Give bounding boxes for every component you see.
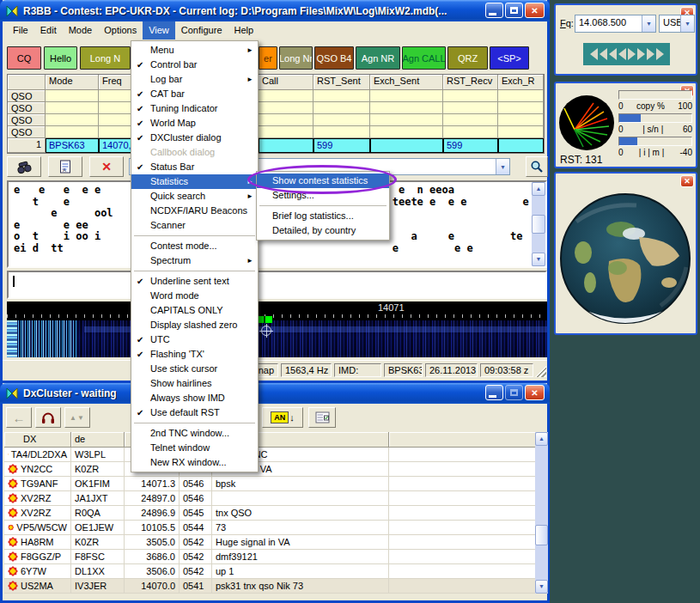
- menu-help[interactable]: Help: [228, 21, 260, 40]
- log-cell[interactable]: [46, 114, 99, 126]
- rx-scrollbar-thumb[interactable]: [532, 215, 545, 234]
- maximize-button[interactable]: [505, 3, 523, 18]
- log-cell[interactable]: [498, 90, 544, 102]
- log-header-exch-sent[interactable]: Exch_Sent: [370, 75, 443, 90]
- step-left-icon[interactable]: [609, 48, 617, 60]
- callbook-page-button[interactable]: A: [48, 156, 82, 177]
- dxcluster-title-bar[interactable]: DxCluster - waiting ✕: [0, 383, 550, 404]
- chevron-down-icon[interactable]: ▼: [680, 15, 694, 32]
- dx-sort-button[interactable]: ▲▼: [64, 407, 90, 428]
- delete-qso-button[interactable]: ✕: [89, 156, 124, 177]
- log-header-rst-recv[interactable]: RST_Recv: [443, 75, 498, 90]
- submenu-item-detailed-by-country[interactable]: Detailed, by country: [257, 223, 389, 238]
- log-row-label[interactable]: QSO: [8, 126, 46, 138]
- menu-item-statistics[interactable]: Statistics►: [131, 174, 258, 189]
- menu-item-quick-search[interactable]: Quick search►: [131, 189, 258, 204]
- log-header-exch-r[interactable]: Exch_R: [498, 75, 544, 90]
- menu-item-flashing-tx[interactable]: ✔Flashing 'TX': [131, 347, 258, 362]
- macro-qrz-button[interactable]: QRZ: [447, 46, 488, 70]
- log-cell[interactable]: [443, 90, 498, 102]
- menu-item-telnet-window[interactable]: Telnet window: [131, 441, 258, 455]
- dx-back-button[interactable]: ←: [6, 407, 32, 428]
- step-left-icon[interactable]: [590, 48, 598, 60]
- menu-edit[interactable]: Edit: [34, 21, 63, 40]
- log-cell[interactable]: [370, 114, 443, 126]
- menu-configure[interactable]: Configure: [175, 21, 228, 40]
- frequency-combobox[interactable]: 14.068.500 ▼: [575, 15, 656, 33]
- menu-item-menu[interactable]: Menu►: [131, 43, 258, 58]
- chevron-down-icon[interactable]: ▼: [496, 159, 509, 174]
- menu-item-underline-sent-text[interactable]: ✔Underline sent text: [131, 274, 258, 289]
- menu-file[interactable]: File: [7, 21, 34, 40]
- world-map-globe[interactable]: [557, 186, 694, 332]
- log-cell[interactable]: [313, 114, 370, 126]
- log-cell[interactable]: [46, 102, 99, 114]
- macro-sp-button[interactable]: <SP>: [490, 46, 529, 70]
- log-cell[interactable]: [443, 102, 498, 114]
- dx-audio-monitor-button[interactable]: [35, 407, 61, 428]
- dx-list-options-button[interactable]: [308, 407, 336, 428]
- menu-item-2nd-tnc-window[interactable]: 2nd TNC window...: [131, 426, 258, 441]
- menu-view[interactable]: View: [143, 21, 175, 40]
- dx-header-extra[interactable]: [389, 432, 537, 448]
- menu-item-word-mode[interactable]: Word mode: [131, 289, 258, 303]
- menu-item-status-bar[interactable]: ✔Status Bar: [131, 160, 258, 174]
- menu-item-capitals-only[interactable]: CAPITALS ONLY: [131, 303, 258, 318]
- log-cell[interactable]: [259, 126, 313, 138]
- menu-item-control-bar[interactable]: ✔Control bar: [131, 58, 258, 72]
- log-header-rst-sent[interactable]: RST_Sent: [313, 75, 370, 90]
- step-left-icon[interactable]: [618, 48, 626, 60]
- menu-item-dxcluster-dialog[interactable]: ✔DXCluster dialog: [131, 131, 258, 145]
- log-cell[interactable]: [313, 126, 370, 138]
- log-cell[interactable]: [259, 90, 313, 102]
- tx-pane[interactable]: [7, 271, 547, 299]
- log-cell[interactable]: [498, 102, 544, 114]
- menu-item-ncdxf-beacons[interactable]: NCDXF/IARU Beacons: [131, 204, 258, 218]
- chevron-down-icon[interactable]: ▼: [642, 15, 655, 32]
- log-active-row-number[interactable]: 1: [8, 138, 46, 153]
- dx-header-dx[interactable]: DX: [4, 432, 71, 448]
- scroll-down-icon[interactable]: ▼: [532, 253, 545, 266]
- menu-item-display-slashed-zero[interactable]: Display slashed zero: [131, 318, 258, 332]
- dxcluster-scrollbar[interactable]: ▲ ▼: [535, 432, 548, 594]
- macro-er-button[interactable]: er: [259, 46, 277, 70]
- log-row-label[interactable]: QSO: [8, 90, 46, 102]
- log-active-rst-recv[interactable]: 599: [443, 138, 498, 153]
- dx-spot-row[interactable]: VP5/W5CW OE1JEW 10105.5 0544 73: [4, 521, 537, 535]
- step-right-icon[interactable]: [656, 48, 664, 60]
- log-row-label[interactable]: QSO: [8, 102, 46, 114]
- menu-mode[interactable]: Mode: [63, 21, 99, 40]
- dx-scrollbar-thumb[interactable]: [535, 525, 548, 545]
- dx-spot-row[interactable]: HA8RM K0ZR 3505.0 0542 Huge signal in VA: [4, 535, 537, 550]
- menu-item-log-bar[interactable]: Log bar►: [131, 72, 258, 87]
- log-active-mode[interactable]: BPSK63: [46, 138, 99, 153]
- menu-item-contest-mode[interactable]: Contest mode...: [131, 239, 258, 253]
- menu-options[interactable]: Options: [98, 21, 143, 40]
- minimize-button[interactable]: [485, 3, 503, 18]
- close-button[interactable]: ✕: [525, 385, 545, 400]
- macro-cq-button[interactable]: CQ: [7, 46, 41, 70]
- close-button[interactable]: ✕: [525, 3, 545, 18]
- dx-spot-row[interactable]: YN2CC K0ZR 599+20 in VA: [4, 462, 537, 477]
- main-title-bar[interactable]: R3BB - Contest: EPC-UKR-DX - Current log…: [0, 0, 550, 21]
- menu-item-tuning-indicator[interactable]: ✔Tuning Indicator: [131, 101, 258, 116]
- dx-header-de[interactable]: de: [71, 432, 125, 448]
- resize-grip[interactable]: [535, 366, 546, 377]
- menu-item-always-show-imd[interactable]: Always show IMD: [131, 391, 258, 405]
- log-header-call[interactable]: Call: [259, 75, 313, 90]
- dx-spot-row[interactable]: TA4/DL2DXA W3LPL Heard in NC: [4, 448, 537, 462]
- menu-item-cat-bar[interactable]: ✔CAT bar: [131, 87, 258, 101]
- log-active-exch-r[interactable]: [498, 138, 544, 153]
- rx-scrollbar[interactable]: ▲ ▼: [532, 182, 545, 266]
- menu-item-spectrum[interactable]: Spectrum►: [131, 253, 258, 268]
- menu-item-scanner[interactable]: Scanner: [131, 218, 258, 233]
- scroll-down-icon[interactable]: ▼: [535, 580, 548, 594]
- log-cell[interactable]: [370, 126, 443, 138]
- dx-spot-row[interactable]: XV2RZ R0QA 24896.9 0545 tnx QSO: [4, 506, 537, 521]
- log-cell[interactable]: [443, 126, 498, 138]
- log-cell[interactable]: [443, 114, 498, 126]
- log-cell[interactable]: [498, 114, 544, 126]
- log-active-exch-sent[interactable]: [370, 138, 443, 153]
- log-cell[interactable]: [313, 90, 370, 102]
- log-active-rst-sent[interactable]: 599: [313, 138, 370, 153]
